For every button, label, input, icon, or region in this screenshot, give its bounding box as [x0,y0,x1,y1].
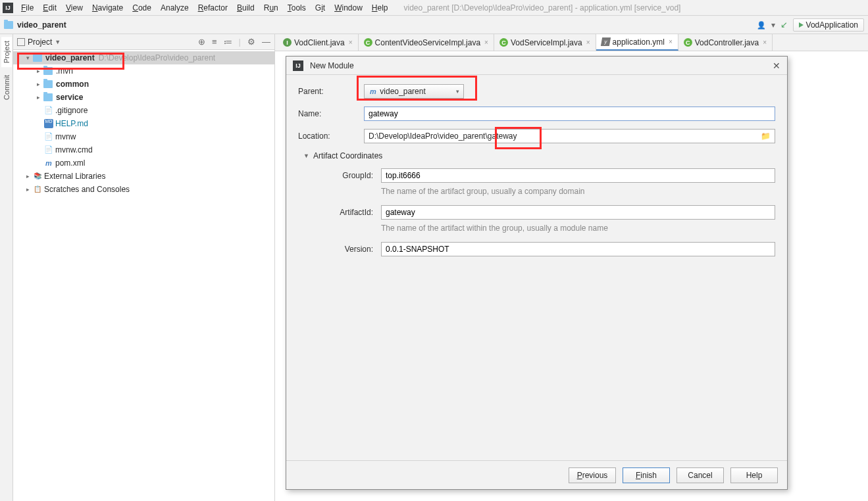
close-icon[interactable]: × [586,39,590,46]
tree-node-gitignore[interactable]: 📄 .gitignore [13,104,274,117]
tree-node-scratches[interactable]: ▸ Scratches and Consoles [13,183,274,196]
class-icon: C [364,38,372,47]
dialog-title-bar: IJ New Module ✕ [286,57,787,75]
chevron-down-icon: ▾ [456,88,459,95]
class-icon: C [499,38,508,47]
file-icon: 📄 [44,106,53,115]
build-icon[interactable]: ↙ [780,20,788,30]
menu-bar: IJ File Edit View Navigate Code Analyze … [0,0,868,16]
markdown-icon: MD [44,119,53,128]
folder-browse-icon[interactable]: 📁 [761,131,771,141]
sidetab-project[interactable]: Project [1,37,12,67]
tree-node-root[interactable]: ▾ video_parent D:\Develop\IdeaPro\video_… [13,51,274,64]
library-icon [33,172,42,181]
help-button[interactable]: Help [730,467,778,483]
collapse-icon[interactable]: ≔ [224,37,232,47]
editor-tabs: I VodClient.java × C ContentVideoService… [275,34,868,51]
run-config-selector[interactable]: VodApplication [793,18,864,32]
dialog-footer: Previous Finish Cancel Help [286,460,787,489]
artifactid-hint: The name of the artifact within the grou… [381,224,775,233]
folder-icon [43,93,53,101]
tab-vodclient[interactable]: I VodClient.java × [278,34,359,51]
menu-git[interactable]: Git [311,2,329,14]
label-parent: Parent: [298,87,364,96]
close-icon[interactable]: ✕ [773,60,780,71]
tab-contentvideoservice[interactable]: C ContentVideoServiceImpl.java × [359,34,494,51]
menu-edit[interactable]: Edit [39,2,61,14]
breadcrumb-root[interactable]: video_parent [17,20,66,30]
tree-node-mvnwcmd[interactable]: 📄 mvnw.cmd [13,143,274,156]
tab-vodservice[interactable]: C VodServiceImpl.java × [494,34,596,51]
window-title: video_parent [D:\Develop\IdeaPro\video_p… [404,3,681,12]
cancel-button[interactable]: Cancel [677,467,724,483]
chevron-down-icon[interactable]: ▼ [55,39,61,45]
new-module-dialog: IJ New Module ✕ Parent: m video_parent ▾… [286,56,788,490]
maven-icon: m [369,87,378,95]
name-input[interactable] [364,107,775,121]
folder-icon [43,80,53,88]
locate-icon[interactable]: ⊕ [198,37,205,47]
hide-icon[interactable]: — [262,37,270,47]
previous-button[interactable]: Previous [569,467,616,483]
project-scope-icon [17,38,25,46]
artifact-coordinates-toggle[interactable]: ▼ Artifact Coordinates [298,151,775,160]
folder-icon [33,54,42,62]
tree-node-mvnw[interactable]: 📄 mvnw [13,130,274,143]
menu-help[interactable]: Help [368,2,392,14]
dialog-title: New Module [310,61,354,70]
tree-node-help[interactable]: MD HELP.md [13,117,274,130]
menu-refactor[interactable]: Refactor [194,2,232,14]
location-input[interactable]: D:\Develop\IdeaPro\video_parent\gateway … [364,129,775,143]
menu-file[interactable]: File [17,2,38,14]
label-artifactid: ArtifactId: [315,208,381,217]
close-icon[interactable]: × [669,38,673,45]
tree-node-pom[interactable]: m pom.xml [13,156,274,170]
run-config-name: VodApplication [806,20,858,30]
version-input[interactable] [381,242,775,256]
menu-tools[interactable]: Tools [284,2,310,14]
menu-build[interactable]: Build [233,2,259,14]
expand-icon[interactable]: ≡ [212,37,217,47]
finish-button[interactable]: Finish [623,467,670,483]
intellij-logo-icon: IJ [293,60,303,71]
project-title[interactable]: Project [28,37,52,47]
close-icon[interactable]: × [763,39,767,46]
groupid-hint: The name of the artifact group, usually … [381,187,775,196]
intellij-logo-icon: IJ [3,3,13,13]
tree-node-service[interactable]: ▸ service [13,91,274,104]
person-icon[interactable] [757,20,766,30]
menu-window[interactable]: Window [330,2,367,14]
sidetab-commit[interactable]: Commit [1,71,12,104]
navigation-bar: video_parent ▾ ↙ VodApplication [0,16,868,34]
menu-navigate[interactable]: Navigate [88,2,127,14]
label-location: Location: [298,131,364,141]
label-name: Name: [298,109,364,118]
gear-icon[interactable]: ⚙ [247,37,255,47]
project-header: Project ▼ ⊕ ≡ ≔ | ⚙ — [13,34,274,50]
label-groupid: GroupId: [315,171,381,180]
menu-run[interactable]: Run [260,2,282,14]
menu-view[interactable]: View [62,2,87,14]
project-tree[interactable]: ▾ video_parent D:\Develop\IdeaPro\video_… [13,50,274,197]
file-icon: 📄 [44,145,53,155]
parent-combo[interactable]: m video_parent ▾ [364,84,464,99]
interface-icon: I [283,38,292,47]
tab-application-yml[interactable]: y application.yml × [596,34,678,51]
tree-node-mvn[interactable]: ▸ .mvn [13,64,274,78]
menu-analyze[interactable]: Analyze [157,2,193,14]
tree-node-external[interactable]: ▸ External Libraries [13,170,274,183]
label-version: Version: [315,245,381,254]
close-icon[interactable]: × [349,39,353,46]
tree-node-common[interactable]: ▸ common [13,78,274,91]
tab-vodcontroller[interactable]: C VodController.java × [678,34,773,51]
tree-root-name: video_parent [45,53,95,62]
folder-icon [43,67,53,75]
artifactid-input[interactable] [381,205,775,220]
yaml-icon: y [600,37,610,46]
folder-icon [4,21,13,29]
project-tool-window: Project ▼ ⊕ ≡ ≔ | ⚙ — ▾ video_parent D:\… [13,34,275,501]
groupid-input[interactable] [381,168,775,183]
scratches-icon [33,185,42,194]
menu-code[interactable]: Code [128,2,155,14]
close-icon[interactable]: × [484,39,488,46]
